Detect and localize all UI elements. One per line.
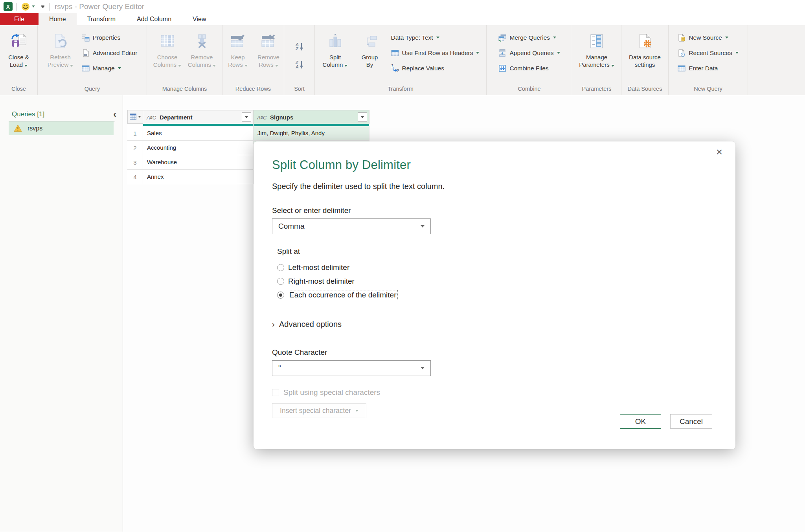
recent-sources-icon xyxy=(678,49,686,57)
dropdown-caret-icon xyxy=(476,52,479,54)
ribbon-group-new-query: New Source Recent Sources xyxy=(669,25,748,95)
cell-department[interactable]: Warehouse xyxy=(143,155,254,170)
sort-descending-button[interactable] xyxy=(291,56,308,74)
checkbox[interactable] xyxy=(272,389,279,396)
row-number: 3 xyxy=(127,155,143,170)
combine-files-icon xyxy=(498,64,506,72)
ribbon-filler xyxy=(748,25,805,95)
ribbon-group-manage-columns: Choose Columns Remove Columns xyxy=(147,25,222,95)
append-queries-icon xyxy=(498,49,506,57)
data-type-button[interactable]: Data Type: Text xyxy=(387,30,483,45)
use-first-row-as-headers-button[interactable]: Use First Row as Headers xyxy=(387,45,483,61)
send-feedback-button[interactable] xyxy=(20,2,36,11)
tab-file[interactable]: File xyxy=(0,13,39,25)
manage-button[interactable]: Manage xyxy=(78,61,142,76)
text-type-icon xyxy=(257,114,266,121)
recent-sources-button[interactable]: Recent Sources xyxy=(674,45,742,61)
dropdown-caret-icon xyxy=(275,65,278,67)
properties-button[interactable]: Properties xyxy=(78,30,142,45)
cancel-button[interactable]: Cancel xyxy=(670,414,712,429)
data-source-settings-button[interactable]: Data source settings xyxy=(628,28,662,84)
sort-ascending-button[interactable] xyxy=(291,38,308,56)
refresh-preview-button[interactable]: Refresh Preview xyxy=(43,28,78,84)
ribbon-group-data-sources: Data source settings Data Sources xyxy=(621,25,669,95)
dropdown-caret-icon xyxy=(178,65,181,67)
radio-right-most[interactable]: Right-most delimiter xyxy=(277,274,735,288)
split-column-button[interactable]: Split Column xyxy=(318,28,353,84)
radio-left-most[interactable]: Left-most delimiter xyxy=(277,260,735,274)
split-column-icon xyxy=(327,33,344,50)
refresh-icon xyxy=(52,33,69,50)
tab-transform[interactable]: Transform xyxy=(77,13,126,25)
remove-rows-button[interactable]: Remove Rows xyxy=(253,28,284,84)
advanced-editor-icon xyxy=(82,49,90,57)
keep-rows-button[interactable]: Keep Rows xyxy=(222,28,253,84)
row-number: 4 xyxy=(127,170,143,184)
group-by-button[interactable]: Group By xyxy=(353,28,387,84)
query-list-item-rsvps[interactable]: rsvps xyxy=(9,121,114,135)
customize-quick-access-toolbar-button[interactable] xyxy=(40,5,46,8)
replace-values-icon xyxy=(391,64,399,72)
dropdown-caret-icon xyxy=(436,37,439,39)
ok-button[interactable]: OK xyxy=(620,414,661,429)
tab-home[interactable]: Home xyxy=(39,13,77,25)
group-label-new-query: New Query xyxy=(669,84,748,95)
advanced-editor-button[interactable]: Advanced Editor xyxy=(78,45,142,61)
cell-department[interactable]: Sales xyxy=(143,126,254,141)
table-corner-icon xyxy=(130,114,137,120)
merge-queries-button[interactable]: Merge Queries xyxy=(494,30,564,45)
append-queries-button[interactable]: Append Queries xyxy=(494,45,564,61)
radio-button[interactable] xyxy=(277,292,284,299)
choose-columns-button[interactable]: Choose Columns xyxy=(150,28,185,84)
chevron-down-icon xyxy=(421,225,425,227)
new-source-button[interactable]: New Source xyxy=(674,30,742,45)
column-header-signups[interactable]: Signups xyxy=(254,110,369,124)
grid-header-row: Department Signups xyxy=(127,110,369,124)
table-menu-button[interactable] xyxy=(127,110,143,124)
tab-add-column[interactable]: Add Column xyxy=(126,13,182,25)
dialog-subtitle: Specify the delimiter used to split the … xyxy=(272,182,735,191)
titlebar-separator xyxy=(16,3,17,11)
quote-character-label: Quote Character xyxy=(272,348,735,357)
radio-button[interactable] xyxy=(277,278,284,285)
advanced-options-toggle[interactable]: Advanced options xyxy=(272,319,735,329)
replace-values-button[interactable]: Replace Values xyxy=(387,61,483,76)
collapse-pane-icon[interactable] xyxy=(113,110,116,118)
ribbon-group-reduce-rows: Keep Rows R xyxy=(222,25,284,95)
titlebar: rsvps - Power Query Editor xyxy=(0,0,805,13)
titlebar-separator xyxy=(49,3,50,11)
first-row-headers-icon xyxy=(391,49,399,57)
queries-pane-title: Queries [1] xyxy=(12,110,44,118)
cell-department[interactable]: Accounting xyxy=(143,141,254,155)
remove-columns-button[interactable]: Remove Columns xyxy=(185,28,219,84)
combine-files-button[interactable]: Combine Files xyxy=(494,61,564,76)
delimiter-select[interactable]: Comma xyxy=(272,218,431,234)
column-header-department[interactable]: Department xyxy=(143,110,254,124)
row-number: 1 xyxy=(127,126,143,141)
quote-character-select[interactable]: " xyxy=(272,360,431,376)
close-and-load-button[interactable]: Close & Load xyxy=(2,28,36,84)
remove-rows-icon xyxy=(260,33,277,50)
row-number: 2 xyxy=(127,141,143,155)
insert-special-character-button[interactable]: Insert special character xyxy=(272,403,366,418)
close-icon[interactable] xyxy=(713,146,725,158)
enter-data-button[interactable]: Enter Data xyxy=(674,61,742,76)
group-label-sort: Sort xyxy=(284,84,314,95)
ribbon-tabs: File Home Transform Add Column View xyxy=(0,13,805,25)
cell-department[interactable]: Annex xyxy=(143,170,254,184)
merge-queries-icon xyxy=(498,34,506,42)
power-query-editor-window: rsvps - Power Query Editor File Home Tra… xyxy=(0,0,805,532)
column-filter-button[interactable] xyxy=(358,112,367,122)
radio-button[interactable] xyxy=(277,264,284,271)
dropdown-caret-icon xyxy=(138,116,140,118)
tab-view[interactable]: View xyxy=(182,13,217,25)
radio-each-occurrence[interactable]: Each occurrence of the delimiter xyxy=(277,288,735,302)
manage-parameters-icon xyxy=(588,33,605,50)
manage-parameters-button[interactable]: Manage Parameters xyxy=(579,28,614,84)
column-filter-button[interactable] xyxy=(242,112,251,122)
ribbon-group-parameters: Manage Parameters Parameters xyxy=(572,25,621,95)
dropdown-caret-icon xyxy=(213,65,216,67)
chevron-down-icon xyxy=(421,367,425,369)
cell-signups[interactable]: Jim, Dwight, Phyllis, Andy xyxy=(254,126,369,141)
sort-ascending-icon xyxy=(296,42,303,51)
